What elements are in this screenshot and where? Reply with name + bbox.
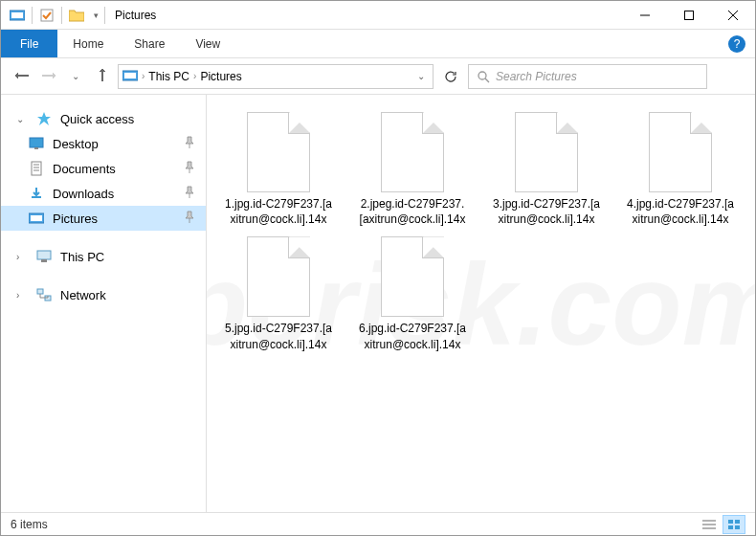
forward-button[interactable]: 🠖 — [37, 65, 60, 88]
sidebar-item-pictures[interactable]: Pictures — [1, 206, 206, 231]
folder-icon[interactable] — [66, 5, 87, 26]
refresh-button[interactable] — [437, 64, 464, 89]
title-bar: ▾ Pictures — [1, 1, 755, 30]
file-item[interactable]: 5.jpg.id-C279F237.[axitrun@cock.li].14x — [218, 236, 339, 353]
window-title: Pictures — [115, 9, 156, 22]
main-area: ⌄ Quick access Desktop Documents Downloa… — [1, 95, 755, 514]
sidebar-item-documents[interactable]: Documents — [1, 156, 206, 181]
svg-rect-12 — [34, 147, 38, 149]
sidebar-label: Quick access — [60, 112, 134, 126]
star-icon — [35, 110, 53, 127]
svg-rect-2 — [41, 10, 53, 21]
file-item[interactable]: 3.jpg.id-C279F237.[axitrun@cock.li].14x — [486, 112, 607, 229]
maximize-button[interactable] — [667, 1, 711, 30]
sidebar-network[interactable]: › Network — [1, 282, 206, 307]
icons-view-button[interactable] — [723, 515, 745, 534]
svg-rect-19 — [37, 251, 51, 259]
file-name: 4.jpg.id-C279F237.[axitrun@cock.li].14x — [620, 194, 741, 229]
sidebar-quick-access[interactable]: ⌄ Quick access — [1, 106, 206, 131]
file-item[interactable]: 4.jpg.id-C279F237.[axitrun@cock.li].14x — [620, 112, 741, 229]
help-button[interactable]: ? — [728, 35, 745, 53]
file-grid: 1.jpg.id-C279F237.[axitrun@cock.li].14x2… — [218, 112, 744, 354]
documents-icon — [28, 160, 45, 177]
pictures-location-icon — [122, 69, 138, 84]
downloads-icon — [28, 185, 45, 202]
blank-file-icon — [649, 112, 712, 192]
svg-rect-13 — [32, 162, 41, 175]
sidebar-label: Pictures — [53, 212, 98, 226]
up-button[interactable]: 🠕 — [91, 65, 114, 88]
breadcrumb-dropdown[interactable]: ⌄ — [417, 71, 429, 81]
file-item[interactable]: 6.jpg.id-C279F237.[axitrun@cock.li].14x — [352, 236, 473, 353]
recent-dropdown[interactable]: ⌄ — [64, 65, 87, 88]
file-name: 6.jpg.id-C279F237.[axitrun@cock.li].14x — [352, 319, 473, 353]
svg-rect-21 — [37, 289, 43, 294]
svg-rect-1 — [11, 12, 23, 18]
sidebar-this-pc[interactable]: › This PC — [1, 244, 206, 269]
pin-icon — [185, 161, 194, 177]
back-button[interactable]: 🠔 — [11, 65, 33, 88]
ribbon: File Home Share View ? — [1, 30, 755, 58]
blank-file-icon — [247, 236, 310, 317]
desktop-icon — [28, 135, 45, 152]
window-controls — [623, 1, 755, 30]
svg-rect-8 — [124, 73, 136, 78]
search-input[interactable] — [496, 70, 699, 83]
dropdown-icon[interactable]: ▾ — [89, 5, 102, 26]
sidebar-label: Documents — [53, 162, 116, 176]
sidebar: ⌄ Quick access Desktop Documents Downloa… — [1, 95, 207, 514]
minimize-button[interactable] — [623, 1, 667, 30]
pin-icon — [185, 211, 194, 227]
file-name: 1.jpg.id-C279F237.[axitrun@cock.li].14x — [218, 194, 339, 229]
pin-icon — [185, 136, 194, 152]
tab-share[interactable]: Share — [119, 30, 180, 57]
blank-file-icon — [381, 236, 444, 317]
breadcrumb-this-pc[interactable]: This PC — [148, 70, 189, 83]
file-item[interactable]: 2.jpeg.id-C279F237.[axitrun@cock.li].14x — [352, 112, 473, 229]
pin-icon — [185, 186, 194, 202]
tab-home[interactable]: Home — [57, 30, 119, 57]
svg-rect-4 — [685, 11, 694, 19]
file-name: 5.jpg.id-C279F237.[axitrun@cock.li].14x — [218, 319, 339, 353]
status-bar: 6 items — [1, 512, 755, 535]
blank-file-icon — [247, 112, 310, 192]
sidebar-label: Downloads — [53, 187, 114, 201]
svg-rect-18 — [31, 215, 42, 221]
svg-rect-31 — [728, 525, 733, 529]
caret-icon: ⌄ — [16, 114, 28, 124]
sidebar-label: Network — [60, 288, 106, 302]
quick-access-toolbar: ▾ — [1, 5, 102, 26]
svg-rect-20 — [41, 259, 47, 262]
close-button[interactable] — [711, 1, 755, 30]
svg-rect-32 — [735, 525, 740, 529]
folder-type-icon — [7, 5, 28, 26]
content-area[interactable]: pcrisk.com 1.jpg.id-C279F237.[axitrun@co… — [207, 95, 755, 514]
details-view-button[interactable] — [698, 515, 721, 534]
breadcrumb-pictures[interactable]: Pictures — [200, 70, 241, 83]
svg-rect-29 — [728, 520, 733, 524]
svg-line-10 — [485, 78, 489, 82]
item-count: 6 items — [11, 518, 48, 531]
file-tab[interactable]: File — [1, 30, 57, 57]
search-box[interactable] — [468, 64, 707, 89]
sidebar-item-desktop[interactable]: Desktop — [1, 131, 206, 156]
navigation-bar: 🠔 🠖 ⌄ 🠕 › This PC › Pictures ⌄ — [1, 58, 755, 95]
chevron-right-icon[interactable]: › — [193, 71, 196, 81]
computer-icon — [35, 248, 53, 265]
blank-file-icon — [515, 112, 578, 192]
properties-icon[interactable] — [36, 5, 57, 26]
caret-icon: › — [16, 290, 28, 301]
chevron-right-icon[interactable]: › — [142, 71, 145, 81]
svg-rect-11 — [30, 138, 43, 147]
search-icon — [477, 70, 490, 83]
breadcrumb[interactable]: › This PC › Pictures ⌄ — [118, 64, 434, 89]
sidebar-item-downloads[interactable]: Downloads — [1, 181, 206, 206]
view-buttons — [698, 515, 745, 534]
network-icon — [35, 286, 53, 303]
tab-view[interactable]: View — [180, 30, 235, 57]
pictures-icon — [28, 210, 45, 227]
sidebar-label: This PC — [60, 250, 104, 264]
file-name: 3.jpg.id-C279F237.[axitrun@cock.li].14x — [486, 194, 607, 229]
file-item[interactable]: 1.jpg.id-C279F237.[axitrun@cock.li].14x — [218, 112, 339, 229]
blank-file-icon — [381, 112, 444, 192]
